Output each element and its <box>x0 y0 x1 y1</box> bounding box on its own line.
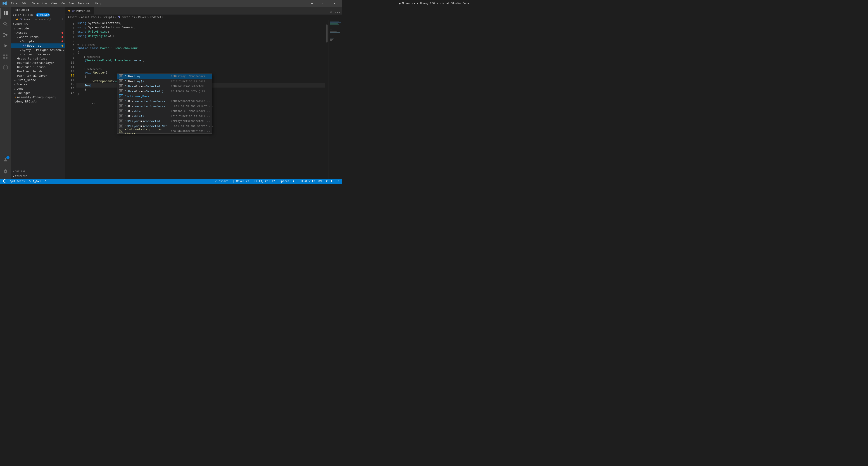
status-spaces[interactable]: Spaces: 4 <box>279 180 295 183</box>
ac-item-ondrawgizmos[interactable]: M OnDrawGizmosSelected OnDrawGizmosSelec… <box>117 84 212 89</box>
status-position[interactable]: Ln 13, Col 12 <box>253 180 276 183</box>
open-editors-header[interactable]: ▼ OPEN EDITORS 1 UNSAVED <box>11 12 65 18</box>
activity-run-debug[interactable] <box>0 40 11 51</box>
open-editors-label: OPEN EDITORS <box>15 13 34 17</box>
sidebar-item-sln[interactable]: Udemy RPG.sln <box>11 99 65 103</box>
maximize-button[interactable]: ❐ <box>318 0 329 7</box>
ac-item-ef-dbcontext[interactable]: S ef-dbcontext-options-bui... new DbCont… <box>117 128 212 133</box>
sidebar-item-logs[interactable]: Logs <box>11 86 65 91</box>
activity-accounts[interactable]: 1 <box>0 154 11 165</box>
svg-text:✕: ✕ <box>11 181 12 182</box>
sidebar-item-mountain[interactable]: Mountain.terrainlayer <box>11 61 65 65</box>
menu-file[interactable]: File <box>9 1 19 5</box>
ac-item-ondisable-call[interactable]: M OnDisable() This function is call... <box>117 114 212 119</box>
file-sln-label: Udemy RPG.sln <box>14 100 37 103</box>
open-editor-mover[interactable]: C# Mover.cs Assets\A... 1 <box>11 18 65 22</box>
status-icon[interactable]: ⚡ <box>336 180 340 183</box>
sidebar-item-scripts[interactable]: Scripts <box>11 39 65 43</box>
ac-desc-9: This function is call... <box>171 115 210 118</box>
breadcrumb-sep2: > <box>100 15 101 19</box>
sidebar-title: EXPLORER <box>11 7 65 12</box>
menu-run[interactable]: Run <box>67 1 75 5</box>
svg-rect-5 <box>3 55 5 56</box>
activity-explorer[interactable] <box>0 8 11 19</box>
scrollbar-thumb[interactable] <box>326 25 328 42</box>
menu-view[interactable]: View <box>49 1 59 5</box>
more-actions-icon[interactable]: ••• <box>334 10 341 14</box>
status-formatter[interactable]: | Mover.cs <box>232 180 250 183</box>
sidebar-item-newbrush[interactable]: NewBrush.brush <box>11 69 65 73</box>
minimize-button[interactable]: — <box>307 0 317 7</box>
title-bar: File Edit Selection View Go Run Terminal… <box>0 0 342 7</box>
menu-bar[interactable]: File Edit Selection View Go Run Terminal… <box>9 1 103 5</box>
breadcrumb-sep3: > <box>115 15 117 19</box>
status-encoding[interactable]: UTF-8 with BOM <box>298 180 322 183</box>
code-editor[interactable]: 1 2 3 4 5 6 7 8 9 10 11 12 13 14 15 16 1 <box>65 20 342 179</box>
cs-icon: C# <box>20 18 22 21</box>
breadcrumb-mover-cs[interactable]: Mover.cs <box>122 15 135 19</box>
tree-root-header[interactable]: ▼ UDEMY RPG <box>11 22 65 26</box>
activity-remote-explorer[interactable] <box>0 62 11 73</box>
menu-help[interactable]: Help <box>93 1 103 5</box>
menu-go[interactable]: Go <box>60 1 66 5</box>
status-sync[interactable]: ⟳ <box>44 180 48 183</box>
ac-item-ondrawgizmos-call[interactable]: M OnDrawGizmosSelected() Callback to dra… <box>117 89 212 94</box>
autocomplete-dropdown[interactable]: M OnDestroy OnDestroy (MonoBehavi... M O… <box>117 73 212 134</box>
ac-item-ondisconnected2[interactable]: M OnDisconnectedFromServer... Called on … <box>117 103 212 108</box>
close-button[interactable]: ✕ <box>329 0 340 7</box>
outline-header[interactable]: ▶ OUTLINE <box>11 169 65 174</box>
sidebar-item-terrain-textures[interactable]: Terrain Textures <box>11 52 65 56</box>
sidebar-item-packages[interactable]: Packages <box>11 91 65 95</box>
lightbulb-icon[interactable]: 💡 <box>76 83 77 88</box>
tab-label: Mover.cs <box>76 9 91 12</box>
breadcrumb-assetpacks[interactable]: Asset Packs <box>81 15 99 19</box>
activity-search[interactable] <box>0 19 11 29</box>
sidebar-item-scenes[interactable]: Scenes <box>11 82 65 86</box>
activity-settings[interactable] <box>0 166 11 177</box>
scrollbar[interactable] <box>325 20 329 179</box>
sidebar-item-newbrush1[interactable]: NewBrush 1.brush <box>11 65 65 69</box>
sidebar-item-asset-packs[interactable]: Asset Packs <box>11 35 65 39</box>
ac-item-dictionarybase[interactable]: C DictionaryBase <box>117 94 212 99</box>
ac-desc-ondestroy: OnDestroy (MonoBehavi... <box>171 75 210 78</box>
activity-source-control[interactable] <box>0 29 11 40</box>
ac-item-ondisconnected[interactable]: M OnDisconnectedFromServer OnDisconnecte… <box>117 99 212 103</box>
sidebar-item-grass[interactable]: Grass.terrainlayer <box>11 56 65 61</box>
split-editor-icon[interactable]: ⊟ <box>330 10 333 14</box>
ac-desc-11: Called on the server ... <box>174 124 213 128</box>
ac-name-onplayerdisconnected2: OnPlayerDisconnected(Net... <box>125 124 173 128</box>
timeline-header[interactable]: ▶ TIMELINE <box>11 174 65 179</box>
status-line-ending[interactable]: CRLF <box>325 180 334 183</box>
menu-edit[interactable]: Edit <box>20 1 30 5</box>
ac-item-ondisable[interactable]: M OnDisable OnDisable (MonoBehavi... <box>117 108 212 114</box>
folder-terrain-label: Terrain Textures <box>22 53 50 56</box>
ac-item-onplayerdisconnected[interactable]: M OnPlayerDisconnected OnPlayerDisconnec… <box>117 119 212 124</box>
chevron-right-icon <box>14 83 16 86</box>
tab-mover-cs[interactable]: C# Mover.cs <box>65 7 94 14</box>
status-tests[interactable]: ✕ 0 tests <box>9 180 26 183</box>
status-left: ✕ 0 tests 1△0▸1 ⟳ <box>2 179 48 183</box>
sidebar-item-mover-cs[interactable]: C# Mover.cs <box>11 43 65 48</box>
sidebar-item-assembly[interactable]: ⚡ Assembly-CSharp.csproj <box>11 95 65 99</box>
status-language[interactable]: ✓ csharp <box>214 180 229 183</box>
sidebar-item-path[interactable]: Path.terrainlayer <box>11 73 65 78</box>
breadcrumb-update[interactable]: Update() <box>150 15 163 19</box>
status-warnings[interactable]: 1△0▸1 <box>28 180 42 183</box>
sidebar-item-synty[interactable]: Synty - Polygon Studen... <box>11 48 65 52</box>
ac-item-ondestroy[interactable]: M OnDestroy OnDestroy (MonoBehavi... <box>117 74 212 79</box>
menu-selection[interactable]: Selection <box>30 1 49 5</box>
status-remote[interactable] <box>2 179 7 183</box>
breadcrumb-assets[interactable]: Assets <box>68 15 78 19</box>
breadcrumb-sep1: > <box>79 15 80 19</box>
sidebar-item-vscode[interactable]: .vscode <box>11 26 65 31</box>
file-newbrush1-label: NewBrush 1.brush <box>17 65 45 69</box>
menu-terminal[interactable]: Terminal <box>76 1 93 5</box>
activity-extensions[interactable] <box>0 51 11 62</box>
breadcrumb-mover[interactable]: Mover <box>138 15 146 19</box>
breadcrumb-scripts[interactable]: Scripts <box>102 15 114 19</box>
sidebar-item-first-scene[interactable]: First_scene <box>11 78 65 82</box>
ac-item-ondestroy-call[interactable]: M OnDestroy() This function is call... <box>117 79 212 84</box>
svg-point-3 <box>4 36 4 37</box>
chevron-right-icon <box>14 27 16 30</box>
sidebar-item-assets[interactable]: Assets <box>11 31 65 35</box>
